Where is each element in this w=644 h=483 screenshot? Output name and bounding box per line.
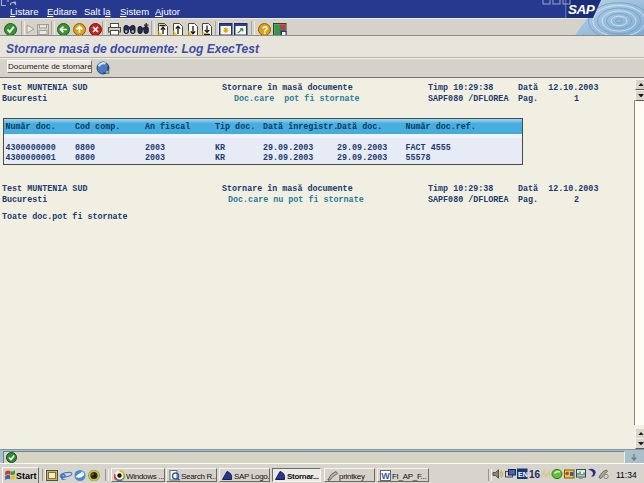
svg-text:16: 16 [529,469,541,480]
svg-text:W: W [381,471,390,481]
svg-text:e: e [60,469,66,483]
svg-text:SAP: SAP [568,2,596,17]
svg-text:EN: EN [518,471,528,478]
svg-text:?: ? [262,25,268,36]
